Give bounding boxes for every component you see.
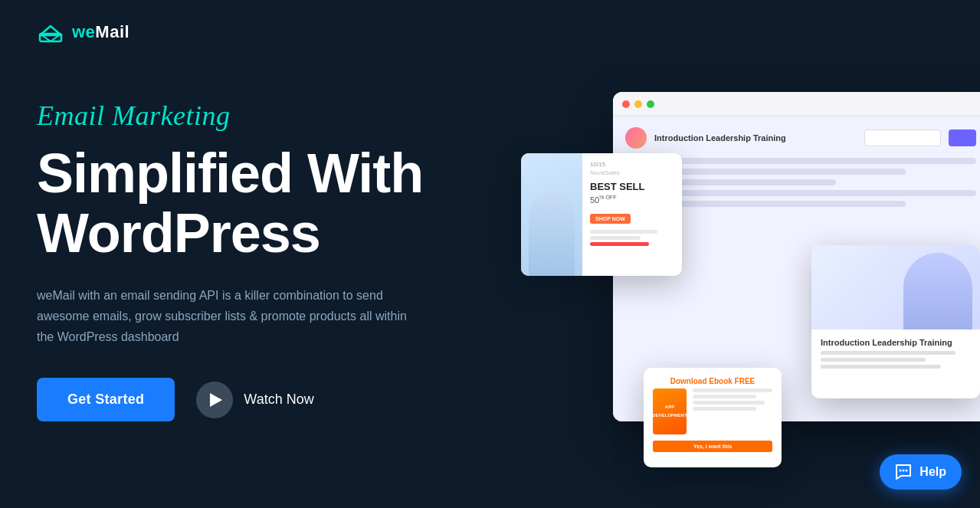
email-avatar <box>625 127 647 149</box>
training-person-silhouette <box>903 253 972 329</box>
ebook-info-line <box>693 395 756 398</box>
training-line <box>821 351 955 355</box>
hero-tagline: Email Marketing <box>37 100 423 132</box>
training-title: Introduction Leadership Training <box>821 337 971 348</box>
logo-text: weMail <box>72 22 129 42</box>
email-header-row: Introduction Leadership Training <box>625 127 976 149</box>
promo-discount-label: % OFF <box>599 195 616 200</box>
email-btn-mock <box>949 129 976 146</box>
help-button[interactable]: Help <box>880 454 962 490</box>
get-started-button[interactable]: Get Started <box>37 378 175 421</box>
browser-dot-yellow <box>634 100 642 108</box>
ebook-info-line <box>693 407 756 411</box>
promo-card: 10/15 NovaSales BEST SELL 50% OFF SHOP N… <box>521 153 682 276</box>
promo-line <box>590 230 657 234</box>
training-line <box>821 358 926 362</box>
promo-line <box>590 236 641 240</box>
chat-icon <box>895 464 912 480</box>
ebook-info-line <box>693 388 772 392</box>
hero-title-line1: Simplified With <box>37 143 423 204</box>
ebook-info-line <box>693 401 765 405</box>
training-card-body: Introduction Leadership Training <box>811 329 980 376</box>
hero-mockup-area: Introduction Leadership Training 10/15 N… <box>567 92 980 508</box>
ebook-title: Download Ebook FREE <box>653 377 772 385</box>
help-label: Help <box>919 465 946 479</box>
wemail-logo-icon <box>37 18 64 46</box>
ebook-cover-text-dev: DEVELOPMENT <box>652 413 687 418</box>
logo-we: we <box>72 22 95 41</box>
ebook-row: APP DEVELOPMENT <box>653 388 772 434</box>
promo-card-body: 10/15 NovaSales BEST SELL 50% OFF SHOP N… <box>582 153 682 276</box>
training-lines <box>821 351 971 369</box>
promo-card-image <box>521 153 582 276</box>
ebook-cover-text-app: APP <box>665 405 674 410</box>
ebook-card: Download Ebook FREE APP DEVELOPMENT Yes,… <box>644 368 782 467</box>
hero-title: Simplified With WordPress <box>37 144 423 264</box>
promo-title-text: BEST SELL <box>590 181 645 192</box>
svg-point-4 <box>903 470 905 472</box>
promo-shop-button[interactable]: SHOP NOW <box>590 214 631 224</box>
promo-discount: 50% OFF <box>590 195 674 205</box>
svg-point-3 <box>900 470 902 472</box>
email-subject-text: Introduction Leadership Training <box>654 133 857 143</box>
promo-title: BEST SELL <box>590 181 674 193</box>
hero-description: weMail with an email sending API is a ki… <box>37 285 412 348</box>
browser-dot-green <box>647 100 654 108</box>
ebook-info <box>693 388 772 434</box>
browser-bar <box>613 92 980 116</box>
header: weMail <box>37 18 129 46</box>
promo-lines <box>590 230 674 246</box>
promo-line-red <box>590 242 649 246</box>
ebook-cover: APP DEVELOPMENT <box>653 388 687 434</box>
watch-now-group[interactable]: Watch Now <box>196 382 313 418</box>
person-silhouette <box>529 192 575 276</box>
promo-discount-number: 50 <box>590 195 599 204</box>
training-card: Introduction Leadership Training <box>811 245 980 398</box>
training-line <box>821 365 941 369</box>
hero-actions: Get Started Watch Now <box>37 378 423 421</box>
training-card-image <box>811 245 980 329</box>
logo-mail: Mail <box>95 22 129 41</box>
hero-section: Email Marketing Simplified With WordPres… <box>37 100 423 421</box>
ebook-cta-button[interactable]: Yes, I want this <box>653 441 772 452</box>
promo-store: NovaSales <box>590 169 674 176</box>
hero-title-line2: WordPress <box>37 202 320 264</box>
watch-now-label: Watch Now <box>244 392 313 408</box>
email-input-mock <box>864 129 941 146</box>
play-button[interactable] <box>196 382 233 418</box>
promo-date: 10/15 <box>590 161 674 168</box>
browser-dot-red <box>622 100 630 108</box>
svg-point-5 <box>906 470 908 472</box>
